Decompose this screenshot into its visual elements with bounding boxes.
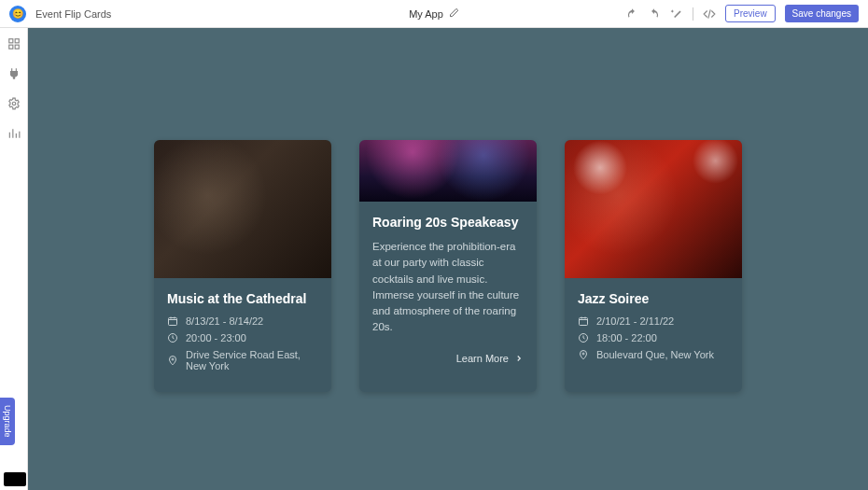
card-image [359,140,537,202]
chevron-right-icon [514,354,524,363]
pin-icon [167,355,178,366]
svg-rect-2 [8,45,12,49]
svg-point-10 [582,353,584,355]
card-body: Roaring 20s Speakeasy Experience the pro… [359,202,537,379]
card-date-text: 2/10/21 - 2/11/22 [596,315,674,327]
redo-icon[interactable] [648,7,661,21]
clock-icon [167,332,178,343]
clock-icon [578,332,589,343]
top-bar: 😊 Event Flip Cards My App Preview Save c… [0,0,868,28]
svg-rect-1 [15,39,19,43]
app-name: My App [409,8,443,20]
card-time: 18:00 - 22:00 [578,332,729,343]
topbar-center: My App [409,7,459,20]
card-time-text: 20:00 - 23:00 [186,332,246,343]
card-body: Music at the Cathedral 8/13/21 - 8/14/22… [154,278,331,392]
card-location: Boulevard Que, New York [578,349,729,360]
svg-point-7 [172,358,174,360]
svg-point-4 [12,102,16,105]
edit-name-icon[interactable] [449,7,459,20]
magic-icon[interactable] [670,7,683,21]
canvas: Music at the Cathedral 8/13/21 - 8/14/22… [28,28,868,490]
calendar-icon [167,315,178,327]
bottom-widget[interactable] [4,472,26,486]
cards-row: Music at the Cathedral 8/13/21 - 8/14/22… [28,28,868,392]
card-location-text: Boulevard Que, New York [596,349,714,360]
card-title: Roaring 20s Speakeasy [372,215,524,230]
card-date-text: 8/13/21 - 8/14/22 [186,315,263,327]
code-icon[interactable] [703,7,716,21]
event-card[interactable]: Jazz Soiree 2/10/21 - 2/11/22 18:00 - 22… [565,140,742,392]
svg-rect-8 [580,318,588,326]
card-image [565,140,742,278]
pin-icon [578,349,589,360]
card-time-text: 18:00 - 22:00 [596,332,657,343]
event-card[interactable]: Roaring 20s Speakeasy Experience the pro… [359,140,537,392]
upgrade-tab[interactable]: Upgrade [0,398,15,445]
card-description: Experience the prohibition-era at our pa… [372,239,524,336]
grid-icon[interactable] [7,37,21,50]
svg-rect-3 [15,45,19,49]
card-time: 20:00 - 23:00 [167,332,318,343]
divider [693,7,693,21]
app-logo: 😊 [9,6,26,22]
svg-rect-0 [8,39,12,43]
learn-more-link[interactable]: Learn More [372,353,524,364]
plug-icon[interactable] [7,67,21,80]
save-button[interactable]: Save changes [785,5,859,22]
card-location: Drive Service Road East, New York [167,349,318,371]
card-date: 8/13/21 - 8/14/22 [167,315,318,327]
project-name: Event Flip Cards [35,8,111,20]
topbar-right: Preview Save changes [625,5,859,22]
learn-more-text: Learn More [456,353,509,364]
card-date: 2/10/21 - 2/11/22 [578,315,729,327]
analytics-icon[interactable] [7,127,21,140]
card-title: Jazz Soiree [578,291,729,306]
card-title: Music at the Cathedral [167,291,318,306]
undo-icon[interactable] [625,7,638,21]
event-card[interactable]: Music at the Cathedral 8/13/21 - 8/14/22… [154,140,331,392]
settings-icon[interactable] [7,97,21,110]
card-image [154,140,331,278]
preview-button[interactable]: Preview [725,5,776,22]
card-body: Jazz Soiree 2/10/21 - 2/11/22 18:00 - 22… [565,278,742,381]
card-location-text: Drive Service Road East, New York [186,349,318,371]
calendar-icon [578,315,589,327]
svg-rect-5 [169,318,177,326]
